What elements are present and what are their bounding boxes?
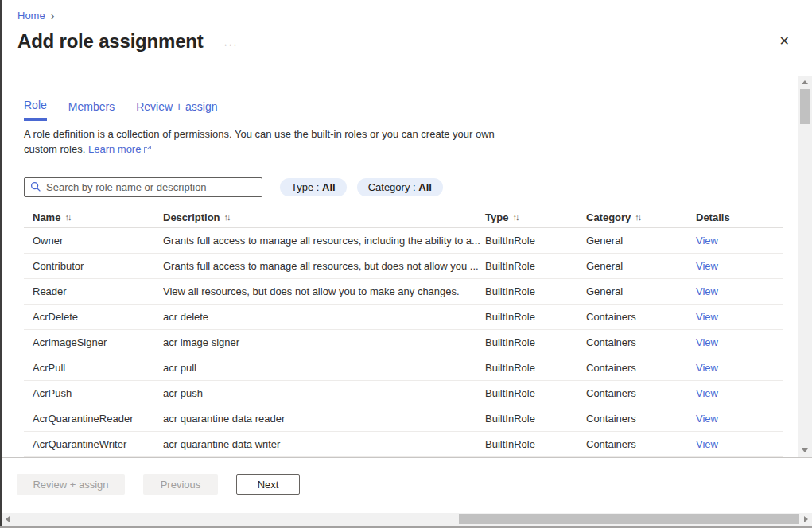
filter-type-separator: : <box>313 181 322 193</box>
role-name-cell: Owner <box>24 235 163 247</box>
filter-category-label: Category <box>368 181 410 193</box>
table-row[interactable]: AcrPush acr push BuiltInRole Containers … <box>24 381 783 406</box>
role-name-cell: Reader <box>24 285 163 297</box>
role-name-cell: AcrQuarantineWriter <box>24 438 163 450</box>
role-name-cell: AcrPush <box>24 387 163 399</box>
table-row[interactable]: Owner Grants full access to manage all r… <box>24 228 783 254</box>
intro-text: A role definition is a collection of per… <box>24 127 526 157</box>
search-box <box>24 177 262 197</box>
column-header-name[interactable]: Name↑↓ <box>24 212 163 223</box>
column-description-label: Description <box>163 212 220 223</box>
role-description-cell: acr delete <box>163 311 485 323</box>
column-details-label: Details <box>696 212 730 223</box>
column-header-details: Details <box>696 212 783 223</box>
role-name-cell: AcrPull <box>24 362 163 374</box>
role-category-cell: General <box>586 285 696 297</box>
view-details-link[interactable]: View <box>696 362 718 374</box>
filter-category-separator: : <box>410 181 418 193</box>
role-category-cell: Containers <box>586 387 696 399</box>
page-title: Add role assignment <box>17 30 204 52</box>
role-category-cell: Containers <box>586 336 696 348</box>
scroll-down-arrow-icon[interactable] <box>802 448 808 452</box>
close-button[interactable]: ✕ <box>779 35 790 48</box>
scroll-up-arrow-icon[interactable] <box>802 80 808 84</box>
role-category-cell: General <box>586 260 696 272</box>
breadcrumb: Home › <box>17 10 55 21</box>
role-description-cell: View all resources, but does not allow y… <box>163 285 485 297</box>
table-row[interactable]: Contributor Grants full access to manage… <box>24 254 783 279</box>
sort-icon: ↑↓ <box>224 212 230 222</box>
view-details-link[interactable]: View <box>696 235 718 247</box>
sort-icon: ↑↓ <box>635 212 640 222</box>
view-details-link[interactable]: View <box>696 336 718 348</box>
filter-pill-type[interactable]: Type : All <box>280 178 347 196</box>
role-description-cell: acr pull <box>163 362 485 374</box>
previous-button[interactable]: Previous <box>143 474 218 495</box>
scroll-right-arrow-icon[interactable] <box>804 516 808 522</box>
tab-role[interactable]: Role <box>24 99 47 121</box>
table-row[interactable]: Reader View all resources, but does not … <box>24 279 783 305</box>
column-header-description[interactable]: Description↑↓ <box>163 212 485 223</box>
column-type-label: Type <box>485 212 508 223</box>
role-category-cell: Containers <box>586 362 696 374</box>
table-row[interactable]: AcrQuarantineWriter acr quarantine data … <box>24 432 783 457</box>
learn-more-link[interactable]: Learn more <box>88 143 152 155</box>
breadcrumb-chevron-icon: › <box>51 10 55 21</box>
vertical-scrollbar[interactable] <box>798 76 812 457</box>
role-type-cell: BuiltInRole <box>485 362 586 374</box>
role-name-cell: Contributor <box>24 260 163 272</box>
roles-table: Name↑↓ Description↑↓ Type↑↓ Category↑↓ D… <box>24 207 783 457</box>
tab-members[interactable]: Members <box>68 99 115 121</box>
learn-more-label: Learn more <box>88 143 141 155</box>
table-row[interactable]: AcrQuarantineReader acr quarantine data … <box>24 406 783 432</box>
view-details-link[interactable]: View <box>696 438 718 450</box>
view-details-link[interactable]: View <box>696 260 718 272</box>
filter-pill-category[interactable]: Category : All <box>357 178 443 196</box>
role-category-cell: Containers <box>586 311 696 323</box>
tab-bar: Role Members Review + assign <box>24 99 217 121</box>
table-row[interactable]: AcrDelete acr delete BuiltInRole Contain… <box>24 305 783 330</box>
role-name-cell: AcrDelete <box>24 311 163 323</box>
role-type-cell: BuiltInRole <box>485 260 586 272</box>
role-description-cell: acr quarantine data reader <box>163 413 485 425</box>
column-category-label: Category <box>586 212 631 223</box>
role-type-cell: BuiltInRole <box>485 438 586 450</box>
role-category-cell: Containers <box>586 438 696 450</box>
breadcrumb-home-link[interactable]: Home <box>17 10 45 21</box>
filter-type-label: Type <box>291 181 313 193</box>
view-details-link[interactable]: View <box>696 413 718 425</box>
filter-type-value: All <box>322 181 336 193</box>
sort-icon: ↑↓ <box>64 212 70 222</box>
column-header-category[interactable]: Category↑↓ <box>586 212 696 223</box>
column-header-type[interactable]: Type↑↓ <box>485 212 586 223</box>
column-name-label: Name <box>33 212 60 223</box>
table-row[interactable]: AcrImageSigner acr image signer BuiltInR… <box>24 330 783 355</box>
more-options-button[interactable]: ··· <box>224 38 239 50</box>
tab-review-assign[interactable]: Review + assign <box>136 99 217 121</box>
external-link-icon <box>143 145 152 153</box>
scroll-left-arrow-icon[interactable] <box>6 516 10 522</box>
review-assign-button[interactable]: Review + assign <box>17 474 125 495</box>
role-type-cell: BuiltInRole <box>485 285 586 297</box>
role-description-cell: acr push <box>163 387 485 399</box>
toolbar: Type : All Category : All <box>24 177 443 197</box>
next-button[interactable]: Next <box>236 474 300 495</box>
role-name-cell: AcrQuarantineReader <box>24 413 163 425</box>
title-row: Add role assignment ··· <box>17 30 238 52</box>
table-row[interactable]: AcrPull acr pull BuiltInRole Containers … <box>24 355 783 381</box>
search-input[interactable] <box>24 177 262 197</box>
role-type-cell: BuiltInRole <box>485 413 586 425</box>
horizontal-scrollbar[interactable] <box>2 513 812 526</box>
horizontal-scrollbar-thumb[interactable] <box>459 514 799 524</box>
role-description-cell: Grants full access to manage all resourc… <box>163 260 485 272</box>
vertical-scrollbar-thumb[interactable] <box>800 89 810 124</box>
footer-action-bar: Review + assign Previous Next <box>17 474 300 495</box>
view-details-link[interactable]: View <box>696 311 718 323</box>
view-details-link[interactable]: View <box>696 285 718 297</box>
role-description-cell: Grants full access to manage all resourc… <box>163 235 485 247</box>
footer-divider <box>0 457 812 458</box>
role-type-cell: BuiltInRole <box>485 336 586 348</box>
view-details-link[interactable]: View <box>696 387 718 399</box>
role-category-cell: Containers <box>586 413 696 425</box>
role-category-cell: General <box>586 235 696 247</box>
